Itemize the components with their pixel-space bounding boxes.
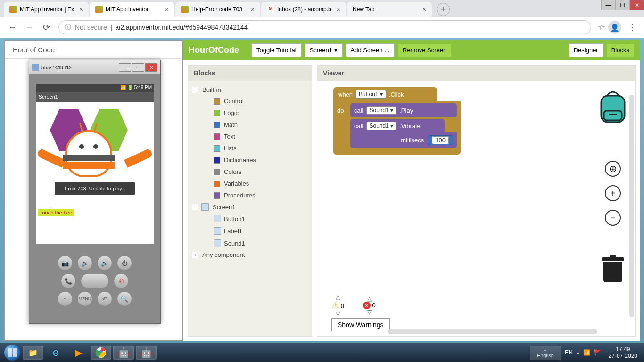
flag-icon[interactable]: 🚩	[594, 349, 601, 356]
end-call-button[interactable]: ✆	[114, 273, 129, 288]
center-icon[interactable]: ⊕	[605, 161, 621, 177]
back-button[interactable]: ←	[6, 21, 19, 34]
tab-close-icon[interactable]: ×	[337, 6, 340, 13]
component-item[interactable]: Label1	[200, 225, 309, 237]
bookmark-icon[interactable]: ☆	[598, 22, 605, 33]
zoom-in-icon[interactable]: +	[605, 185, 621, 201]
millisecs-param[interactable]: millisecs 100	[350, 132, 457, 148]
blocks-button[interactable]: Blocks	[606, 43, 635, 57]
tab-close-icon[interactable]: ×	[422, 6, 426, 13]
call-play-block[interactable]: call Sound1 ▾ .Play	[350, 103, 457, 117]
component-dropdown[interactable]: Sound1 ▾	[366, 122, 397, 130]
call-vibrate-block[interactable]: call Sound1 ▾ .Vibrate	[350, 119, 445, 133]
browser-tab[interactable]: M Inbox (28) - arcomp.b ×	[261, 2, 346, 17]
ie-taskbar-icon[interactable]: e	[45, 346, 66, 360]
browser-tab[interactable]: New Tab ×	[347, 2, 432, 17]
emulator-screen[interactable]: 📶 🔋 5:49 PM Screen1	[36, 84, 154, 244]
category-item[interactable]: Logic	[200, 107, 309, 119]
reload-button[interactable]: ⟳	[40, 21, 53, 34]
emulator-maximize[interactable]: ☐	[132, 63, 144, 72]
zoom-out-icon[interactable]: −	[605, 210, 621, 226]
category-item[interactable]: Control	[200, 95, 309, 107]
designer-button[interactable]: Designer	[569, 43, 603, 57]
show-warnings-button[interactable]: Show Warnings	[331, 318, 390, 331]
screen-dropdown[interactable]: Screen1 ▾	[305, 43, 343, 57]
builtin-tree-node[interactable]: − Built-in	[191, 84, 309, 95]
collapse-icon[interactable]: −	[192, 204, 198, 210]
close-button[interactable]: ✕	[629, 0, 644, 10]
media-player-taskbar-icon[interactable]: ▶	[68, 346, 89, 360]
component-dropdown[interactable]: Sound1 ▾	[366, 106, 397, 115]
forward-button[interactable]: →	[23, 21, 36, 34]
chrome-taskbar-icon[interactable]	[91, 346, 111, 360]
emulator-taskbar-icon[interactable]: 🤖	[113, 346, 134, 360]
toggle-tutorial-button[interactable]: Toggle Tutorial	[251, 43, 302, 57]
minimize-button[interactable]: —	[601, 0, 615, 10]
backpack-icon[interactable]	[597, 90, 628, 125]
tab-close-icon[interactable]: ×	[251, 6, 255, 13]
vol-up-button[interactable]: 🔊	[97, 255, 112, 271]
category-item[interactable]: Variables	[200, 178, 309, 189]
category-item[interactable]: Dictionaries	[200, 154, 309, 166]
vertical-scrollbar[interactable]	[629, 95, 634, 317]
menu-button[interactable]: MENU	[77, 291, 92, 306]
triangle-up-icon[interactable]: △	[367, 296, 372, 302]
profile-avatar[interactable]: 👤	[608, 21, 621, 34]
category-item[interactable]: Procedures	[200, 189, 309, 201]
tab-close-icon[interactable]: ×	[165, 6, 169, 13]
power-button[interactable]: ⏻	[117, 255, 132, 271]
browser-tab-active[interactable]: MIT App Inventor ×	[90, 2, 174, 17]
vol-down-button[interactable]: 🔉	[77, 255, 92, 271]
any-component-node[interactable]: + Any component	[191, 249, 309, 260]
component-dropdown[interactable]: Button1 ▾	[355, 90, 386, 99]
blocks-workspace[interactable]: when Button1 ▾ .Click do call Sound1 ▾ .…	[317, 81, 635, 336]
category-item[interactable]: Lists	[200, 142, 309, 154]
error-counter[interactable]: △ ✕ 0 ▽	[363, 296, 376, 315]
triangle-up-icon[interactable]: △	[336, 295, 340, 300]
home-button[interactable]: ⌂	[58, 291, 73, 306]
number-value[interactable]: 100	[432, 136, 449, 144]
remove-screen-button[interactable]: Remove Screen	[397, 43, 452, 57]
language-bar[interactable]: ৶ English	[530, 346, 561, 360]
tray-chevron-icon[interactable]: ▴	[577, 349, 579, 356]
trash-icon[interactable]	[602, 257, 624, 284]
wifi-icon[interactable]: 📶	[583, 349, 590, 356]
clock[interactable]: 17:49 27-07-2020	[609, 346, 637, 360]
expand-icon[interactable]: +	[192, 252, 198, 258]
triangle-down-icon[interactable]: ▽	[367, 309, 372, 315]
app-content[interactable]: Error 703: Unable to play . Touch the be…	[36, 102, 154, 220]
screen-tree-node[interactable]: − Screen1	[191, 201, 309, 213]
explorer-taskbar-icon[interactable]: 📁	[23, 346, 43, 360]
triangle-down-icon[interactable]: ▽	[336, 311, 340, 316]
category-item[interactable]: Colors	[200, 166, 309, 178]
emulator-titlebar[interactable]: 5554:<build> — ☐ ✕	[29, 60, 160, 74]
bee-image[interactable]	[36, 102, 154, 220]
camera-button[interactable]: 📷	[58, 255, 73, 271]
search-hw-button[interactable]: 🔍	[117, 291, 132, 306]
warning-counter[interactable]: △ ⚠ 0 ▽	[331, 295, 344, 316]
dpad[interactable]	[81, 273, 109, 288]
call-button[interactable]: 📞	[61, 273, 76, 288]
tab-close-icon[interactable]: ×	[79, 6, 83, 13]
category-item[interactable]: Math	[200, 119, 309, 131]
emulator-minimize[interactable]: —	[119, 63, 131, 72]
input-lang[interactable]: EN	[565, 349, 573, 356]
collapse-icon[interactable]: −	[192, 87, 198, 93]
when-block[interactable]: when Button1 ▾ .Click	[333, 87, 437, 101]
browser-tab[interactable]: Help-Error code 703 ×	[175, 2, 260, 17]
new-tab-button[interactable]: +	[437, 3, 450, 16]
browser-menu-icon[interactable]: ⋮	[628, 22, 636, 33]
maximize-button[interactable]: ☐	[615, 0, 629, 10]
browser-tab[interactable]: MIT App Inventor | Ex ×	[4, 2, 89, 17]
emulator-close[interactable]: ✕	[145, 63, 157, 72]
android-taskbar-icon[interactable]: 🤖	[136, 346, 157, 360]
component-item[interactable]: Button1	[200, 213, 309, 225]
url-input[interactable]: ⓘ Not secure | ai2.appinventor.mit.edu/#…	[58, 20, 591, 34]
back-hw-button[interactable]: ↶	[97, 291, 112, 306]
start-button[interactable]	[3, 343, 22, 362]
number-block[interactable]: 100	[428, 135, 453, 145]
component-item[interactable]: Sound1	[200, 237, 309, 249]
add-screen-button[interactable]: Add Screen ...	[346, 43, 395, 57]
category-item[interactable]: Text	[200, 131, 309, 142]
horizontal-scrollbar[interactable]	[388, 329, 597, 334]
